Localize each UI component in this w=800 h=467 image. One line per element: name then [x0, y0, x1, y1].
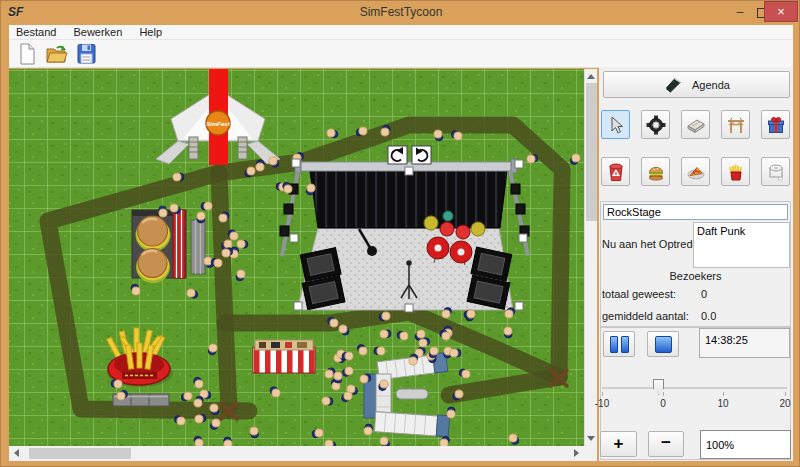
- visitor[interactable]: [256, 160, 264, 171]
- gift-icon: [765, 114, 787, 136]
- open-folder-icon: [44, 41, 70, 67]
- drinks-stand[interactable]: [253, 340, 315, 373]
- visitor[interactable]: [374, 347, 385, 355]
- visitor[interactable]: [237, 240, 248, 248]
- hamburger-stand[interactable]: [132, 210, 186, 283]
- visitor[interactable]: [195, 414, 206, 423]
- selection-handle[interactable]: [515, 160, 523, 168]
- slider-label-10: 10: [717, 398, 728, 409]
- visitor[interactable]: [173, 173, 184, 181]
- selection-handle[interactable]: [294, 302, 302, 310]
- scroll-left-icon[interactable]: [14, 449, 19, 457]
- pause-button[interactable]: [603, 331, 635, 357]
- agenda-button[interactable]: Agenda: [603, 71, 790, 98]
- mattress-icon: [685, 114, 707, 136]
- tool-spotlight-button[interactable]: [641, 110, 670, 139]
- visitor[interactable]: [334, 372, 342, 383]
- horizontal-scroll-thumb[interactable]: [29, 448, 131, 459]
- selection-handle[interactable]: [405, 304, 413, 312]
- scroll-right-icon[interactable]: [574, 449, 579, 457]
- title-bar[interactable]: SF SimFestTycoon – ×: [1, 1, 800, 25]
- window-title: SimFestTycoon: [1, 5, 800, 19]
- cursor-icon: [605, 114, 627, 136]
- visitor[interactable]: [306, 184, 315, 195]
- visitor[interactable]: [504, 327, 512, 338]
- tool-toilet-paper-button[interactable]: [761, 157, 790, 186]
- festival-map[interactable]: SimFest: [9, 69, 584, 446]
- selection-handle[interactable]: [515, 302, 523, 310]
- stage-name-input[interactable]: [603, 204, 788, 220]
- rotate-left-button[interactable]: [388, 146, 407, 164]
- main-stage[interactable]: [280, 159, 529, 310]
- trashcan-icon: [605, 161, 627, 183]
- rotate-right-button[interactable]: [412, 146, 431, 164]
- tool-hamburger-button[interactable]: [641, 157, 670, 186]
- save-button[interactable]: [74, 41, 100, 67]
- visitor[interactable]: [250, 427, 259, 438]
- visitor[interactable]: [322, 397, 333, 405]
- average-visitors-label: gemiddeld aantal:: [602, 310, 689, 322]
- tool-mattress-button[interactable]: [681, 110, 710, 139]
- visitor[interactable]: [380, 330, 391, 338]
- tool-row-2: [601, 157, 790, 186]
- total-visitors-value: 0: [701, 288, 707, 300]
- zoom-out-button[interactable]: −: [648, 431, 684, 457]
- tool-stage-frame-button[interactable]: [721, 110, 750, 139]
- tool-row-1: [601, 110, 790, 139]
- tool-gift-button[interactable]: [761, 110, 790, 139]
- selection-handle[interactable]: [405, 167, 413, 175]
- new-file-button[interactable]: [14, 41, 40, 67]
- vertical-scroll-thumb[interactable]: [586, 83, 597, 221]
- slider-label-minus10: -10: [595, 398, 609, 409]
- minimize-button[interactable]: –: [729, 3, 751, 24]
- stop-button[interactable]: [647, 331, 679, 357]
- stop-icon: [655, 336, 672, 353]
- map-horizontal-scrollbar[interactable]: [9, 446, 584, 461]
- agenda-notebook-icon: [663, 75, 683, 95]
- open-button[interactable]: [44, 41, 70, 67]
- visitor[interactable]: [527, 154, 538, 163]
- tool-fries-button[interactable]: [721, 157, 750, 186]
- tool-pizza-button[interactable]: [681, 157, 710, 186]
- stage-frame-icon: [725, 114, 747, 136]
- visitor[interactable]: [159, 206, 167, 217]
- visitor[interactable]: [364, 424, 373, 435]
- zoom-in-button[interactable]: +: [600, 431, 637, 457]
- fries-icon: [725, 161, 747, 183]
- hamburger-icon: [645, 161, 667, 183]
- map-canvas[interactable]: SimFest: [9, 69, 584, 446]
- menu-bestand[interactable]: Bestand: [9, 25, 63, 38]
- map-vertical-scrollbar[interactable]: [584, 69, 597, 446]
- zoom-level-display: 100%: [700, 430, 791, 459]
- close-button[interactable]: ×: [764, 1, 798, 22]
- visitor[interactable]: [197, 212, 205, 223]
- toolbar: [9, 40, 793, 68]
- visitor[interactable]: [224, 437, 232, 446]
- app-window: { "window": {"title": "SimFestTycoon", "…: [0, 0, 800, 467]
- visitor[interactable]: [464, 310, 475, 318]
- scroll-down-icon[interactable]: [587, 436, 595, 441]
- new-file-icon: [14, 41, 40, 67]
- tool-trashcan-button[interactable]: [601, 157, 630, 186]
- svg-text:SimFest: SimFest: [206, 121, 230, 127]
- visitors-header: Bezoekers: [600, 270, 791, 282]
- selection-handle[interactable]: [292, 159, 300, 167]
- menu-bewerken[interactable]: Bewerken: [66, 25, 129, 38]
- visitor[interactable]: [201, 202, 212, 210]
- tool-cursor-button[interactable]: [601, 110, 630, 139]
- pizza-icon: [685, 161, 707, 183]
- menu-help[interactable]: Help: [132, 25, 169, 38]
- selection-handle[interactable]: [290, 234, 298, 242]
- selection-handle[interactable]: [519, 234, 527, 242]
- save-icon: [74, 41, 100, 67]
- visitor[interactable]: [450, 349, 461, 357]
- speed-slider-track[interactable]: [602, 387, 787, 389]
- visitor[interactable]: [342, 352, 353, 360]
- pipe: [396, 389, 428, 399]
- now-performing-value: Daft Punk: [697, 225, 745, 237]
- scroll-up-icon[interactable]: [587, 74, 595, 79]
- visitor[interactable]: [208, 344, 217, 355]
- visitor[interactable]: [111, 380, 122, 388]
- visitor[interactable]: [447, 407, 455, 418]
- picnic-bench[interactable]: [191, 220, 205, 274]
